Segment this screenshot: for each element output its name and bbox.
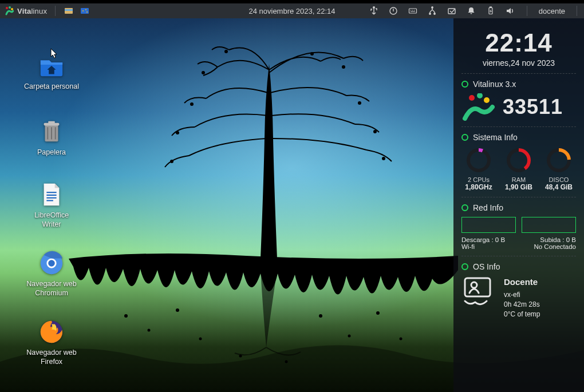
svg-point-48	[468, 150, 489, 171]
file-manager-launcher-icon[interactable]	[64, 6, 74, 16]
panel-separator	[527, 6, 527, 16]
download-label: Descarga : 0 B	[461, 236, 505, 243]
svg-point-7	[85, 9, 86, 10]
widget-time: 22:14	[461, 29, 576, 57]
gauge-label: 2 CPUs	[461, 176, 496, 183]
trash-icon	[38, 118, 65, 145]
panel-clock-text[interactable]: 24 noviembre 2023, 22:14	[248, 7, 335, 15]
vitalinux-id-row: 33511	[461, 93, 576, 121]
svg-point-33	[348, 335, 351, 338]
runner-logo-icon	[461, 93, 495, 121]
divider	[461, 197, 576, 197]
svg-point-1	[9, 6, 11, 9]
desktop-icon-home[interactable]: Carpeta personal	[17, 53, 86, 92]
svg-point-20	[310, 52, 314, 56]
app-launcher-icon[interactable]	[80, 6, 90, 16]
desktop-icon-writer[interactable]: LibreOffice Writer	[17, 181, 86, 229]
battery-icon[interactable]	[486, 6, 496, 16]
vitalinux-logo-icon	[5, 6, 14, 15]
os-user: Docente	[504, 276, 540, 288]
system-monitor-widget: 22:14 viernes,24 nov 2023 Vitalinux 3.x …	[453, 18, 584, 392]
svg-rect-17	[490, 7, 491, 8]
svg-point-14	[434, 13, 435, 14]
bullet-icon	[461, 263, 468, 270]
svg-point-24	[176, 131, 179, 134]
power-icon[interactable]	[388, 6, 398, 16]
panel-user-label[interactable]: docente	[539, 7, 565, 15]
divider	[461, 256, 576, 256]
network-graphs	[461, 217, 576, 233]
desktop-icon-label: LibreOffice Writer	[17, 211, 86, 229]
desktop-icon-label: Papelera	[17, 148, 86, 157]
svg-point-32	[319, 314, 322, 318]
download-graph	[461, 217, 516, 233]
svg-rect-11	[409, 9, 416, 13]
desktop-icon-firefox[interactable]: Navegador web Firefox	[17, 319, 86, 366]
chromium-icon	[38, 250, 65, 276]
svg-point-29	[148, 329, 151, 332]
svg-point-35	[400, 338, 403, 340]
net-iface: Wi-fi	[461, 243, 475, 250]
desktop-icon-trash[interactable]: Papelera	[17, 118, 86, 157]
gauge-value: 1,80GHz	[461, 183, 496, 191]
gauge-ring-icon	[545, 146, 573, 174]
usb-icon[interactable]	[369, 6, 379, 16]
bullet-icon	[461, 81, 468, 88]
bullet-icon	[461, 134, 468, 141]
bullet-icon	[461, 204, 468, 211]
svg-point-2	[11, 8, 13, 10]
desktop-icon-chromium[interactable]: Navegador web Chromium	[17, 250, 86, 298]
notifications-icon[interactable]	[466, 6, 476, 16]
svg-point-0	[6, 7, 8, 9]
os-row: Docente vx-efi 0h 42m 28s 0°C of temp	[461, 276, 576, 319]
svg-rect-40	[48, 121, 55, 124]
section-os: OS Info	[461, 262, 576, 271]
svg-point-47	[484, 97, 490, 103]
desktop[interactable]: Carpeta personal Papelera LibreOffice Wr…	[0, 18, 584, 392]
svg-point-8	[86, 11, 88, 13]
svg-rect-4	[65, 9, 73, 11]
keyboard-icon[interactable]	[408, 6, 418, 16]
upload-label: Subida : 0 B	[540, 236, 576, 243]
section-title: Sistema Info	[473, 133, 518, 142]
os-host: vx-efi	[504, 290, 540, 300]
network-status: Wi-fi No Conectado	[461, 243, 576, 250]
gauge-ring-icon	[505, 146, 532, 174]
gauge-value: 1,90 GiB	[502, 183, 536, 191]
updates-icon[interactable]	[447, 6, 457, 16]
svg-point-28	[124, 314, 128, 318]
widget-date: viernes,24 nov 2023	[461, 58, 576, 68]
gauges-row: 2 CPUs 1,80GHz RAM 1,90 GiB DISCO 48,4 G…	[461, 146, 576, 191]
svg-point-30	[176, 308, 179, 312]
os-info: Docente vx-efi 0h 42m 28s 0°C of temp	[504, 276, 540, 319]
svg-rect-5	[81, 8, 89, 14]
svg-point-31	[199, 338, 202, 340]
svg-point-6	[82, 10, 84, 11]
network-labels: Descarga : 0 B Subida : 0 B	[461, 236, 576, 243]
network-icon[interactable]	[427, 6, 437, 16]
svg-point-23	[358, 101, 361, 105]
svg-point-21	[342, 65, 345, 69]
divider	[461, 73, 576, 74]
mouse-cursor-icon	[50, 48, 58, 60]
gauge-label: DISCO	[542, 176, 576, 183]
start-menu-button[interactable]: Vitalinux	[5, 6, 47, 15]
firefox-icon	[38, 319, 65, 345]
volume-icon[interactable]	[505, 6, 515, 16]
section-network: Red Info	[461, 203, 576, 212]
svg-point-18	[202, 71, 205, 74]
gauge-label: RAM	[502, 176, 536, 183]
svg-point-9	[373, 7, 374, 9]
svg-point-34	[376, 311, 380, 315]
widget-clock: 22:14 viernes,24 nov 2023	[461, 29, 576, 68]
libreoffice-writer-icon	[38, 181, 65, 208]
machine-id: 33511	[503, 95, 563, 119]
panel-tray: docente	[369, 6, 579, 16]
gauge-cpu: 2 CPUs 1,80GHz	[461, 146, 496, 191]
taskbar: Vitalinux 24 noviembre 2023, 22:14 docen…	[0, 3, 584, 18]
gauge-disk: DISCO 48,4 GiB	[542, 146, 576, 191]
svg-point-25	[373, 130, 377, 133]
svg-point-46	[477, 93, 483, 98]
svg-point-27	[382, 157, 385, 160]
panel-separator	[577, 6, 577, 16]
